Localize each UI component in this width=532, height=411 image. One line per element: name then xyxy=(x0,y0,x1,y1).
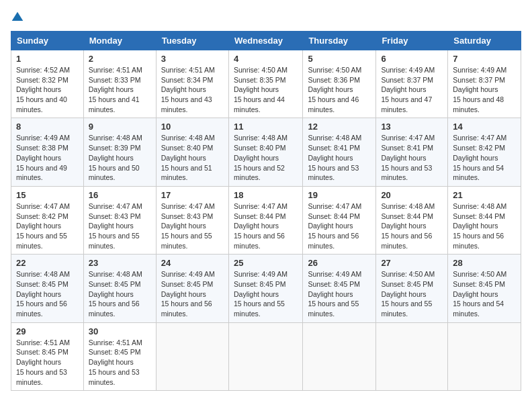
day-number: 10 xyxy=(161,122,224,132)
day-number: 26 xyxy=(308,258,371,268)
logo-icon xyxy=(11,11,24,24)
weekday-header: Thursday xyxy=(303,32,376,50)
calendar-week-row: 8 Sunrise: 4:49 AMSunset: 8:38 PMDayligh… xyxy=(11,118,521,186)
cell-text: Sunrise: 4:47 AMSunset: 8:43 PMDaylight … xyxy=(161,202,215,250)
cell-text: Sunrise: 4:49 AMSunset: 8:38 PMDaylight … xyxy=(16,134,70,181)
day-number: 14 xyxy=(453,122,516,132)
day-number: 17 xyxy=(161,190,224,200)
cell-text: Sunrise: 4:50 AMSunset: 8:36 PMDaylight … xyxy=(308,66,361,113)
day-number: 8 xyxy=(16,122,79,132)
calendar-week-row: 22 Sunrise: 4:48 AMSunset: 8:45 PMDaylig… xyxy=(11,255,521,322)
cell-text: Sunrise: 4:51 AMSunset: 8:45 PMDaylight … xyxy=(16,338,70,386)
day-number: 19 xyxy=(308,190,371,200)
calendar-cell: 25 Sunrise: 4:49 AMSunset: 8:45 PMDaylig… xyxy=(228,255,302,322)
day-number: 9 xyxy=(89,122,151,132)
cell-text: Sunrise: 4:47 AMSunset: 8:44 PMDaylight … xyxy=(308,202,361,250)
cell-text: Sunrise: 4:50 AMSunset: 8:45 PMDaylight … xyxy=(453,270,506,318)
cell-text: Sunrise: 4:51 AMSunset: 8:45 PMDaylight … xyxy=(89,338,142,386)
cell-text: Sunrise: 4:49 AMSunset: 8:45 PMDaylight … xyxy=(161,270,215,318)
cell-text: Sunrise: 4:47 AMSunset: 8:41 PMDaylight … xyxy=(381,134,435,181)
calendar-cell: 2 Sunrise: 4:51 AMSunset: 8:33 PMDayligh… xyxy=(83,50,156,118)
cell-text: Sunrise: 4:49 AMSunset: 8:37 PMDaylight … xyxy=(453,66,506,113)
cell-text: Sunrise: 4:51 AMSunset: 8:33 PMDaylight … xyxy=(89,66,142,113)
weekday-header: Wednesday xyxy=(228,32,302,50)
day-number: 15 xyxy=(16,190,79,200)
cell-text: Sunrise: 4:49 AMSunset: 8:45 PMDaylight … xyxy=(234,270,287,318)
calendar-cell: 15 Sunrise: 4:47 AMSunset: 8:42 PMDaylig… xyxy=(11,186,84,254)
svg-marker-0 xyxy=(12,12,24,21)
logo xyxy=(11,11,27,24)
cell-text: Sunrise: 4:50 AMSunset: 8:45 PMDaylight … xyxy=(381,270,435,318)
cell-text: Sunrise: 4:48 AMSunset: 8:45 PMDaylight … xyxy=(16,270,70,318)
day-number: 7 xyxy=(453,54,516,64)
cell-text: Sunrise: 4:49 AMSunset: 8:37 PMDaylight … xyxy=(381,66,435,113)
day-number: 2 xyxy=(89,54,151,64)
day-number: 5 xyxy=(308,54,371,64)
calendar-cell xyxy=(156,322,228,390)
calendar-table: SundayMondayTuesdayWednesdayThursdayFrid… xyxy=(11,31,521,391)
calendar-cell: 28 Sunrise: 4:50 AMSunset: 8:45 PMDaylig… xyxy=(448,255,521,322)
cell-text: Sunrise: 4:47 AMSunset: 8:42 PMDaylight … xyxy=(16,202,70,250)
calendar-cell: 27 Sunrise: 4:50 AMSunset: 8:45 PMDaylig… xyxy=(376,255,448,322)
day-number: 18 xyxy=(234,190,298,200)
weekday-header: Sunday xyxy=(11,32,84,50)
cell-text: Sunrise: 4:48 AMSunset: 8:40 PMDaylight … xyxy=(234,134,287,181)
calendar-cell: 9 Sunrise: 4:48 AMSunset: 8:39 PMDayligh… xyxy=(83,118,156,186)
cell-text: Sunrise: 4:50 AMSunset: 8:35 PMDaylight … xyxy=(234,66,287,113)
calendar-cell: 8 Sunrise: 4:49 AMSunset: 8:38 PMDayligh… xyxy=(11,118,84,186)
calendar-cell: 7 Sunrise: 4:49 AMSunset: 8:37 PMDayligh… xyxy=(448,50,521,118)
calendar-cell: 10 Sunrise: 4:48 AMSunset: 8:40 PMDaylig… xyxy=(156,118,228,186)
weekday-header-row: SundayMondayTuesdayWednesdayThursdayFrid… xyxy=(11,32,521,50)
calendar-cell: 16 Sunrise: 4:47 AMSunset: 8:43 PMDaylig… xyxy=(83,186,156,254)
cell-text: Sunrise: 4:48 AMSunset: 8:39 PMDaylight … xyxy=(89,134,142,181)
calendar-cell: 13 Sunrise: 4:47 AMSunset: 8:41 PMDaylig… xyxy=(376,118,448,186)
calendar-cell: 11 Sunrise: 4:48 AMSunset: 8:40 PMDaylig… xyxy=(228,118,302,186)
weekday-header: Monday xyxy=(83,32,156,50)
day-number: 29 xyxy=(16,326,79,336)
calendar-cell: 5 Sunrise: 4:50 AMSunset: 8:36 PMDayligh… xyxy=(303,50,376,118)
calendar-cell xyxy=(228,322,302,390)
day-number: 30 xyxy=(89,326,151,336)
day-number: 16 xyxy=(89,190,151,200)
day-number: 12 xyxy=(308,122,371,132)
calendar-cell: 26 Sunrise: 4:49 AMSunset: 8:45 PMDaylig… xyxy=(303,255,376,322)
weekday-header: Saturday xyxy=(448,32,521,50)
day-number: 4 xyxy=(234,54,298,64)
day-number: 21 xyxy=(453,190,516,200)
cell-text: Sunrise: 4:52 AMSunset: 8:32 PMDaylight … xyxy=(16,66,70,113)
day-number: 25 xyxy=(234,258,298,268)
calendar-cell xyxy=(376,322,448,390)
day-number: 6 xyxy=(381,54,443,64)
cell-text: Sunrise: 4:47 AMSunset: 8:43 PMDaylight … xyxy=(89,202,142,250)
weekday-header: Tuesday xyxy=(156,32,228,50)
day-number: 23 xyxy=(89,258,151,268)
cell-text: Sunrise: 4:48 AMSunset: 8:44 PMDaylight … xyxy=(381,202,435,250)
calendar-cell: 19 Sunrise: 4:47 AMSunset: 8:44 PMDaylig… xyxy=(303,186,376,254)
calendar-cell xyxy=(303,322,376,390)
day-number: 11 xyxy=(234,122,298,132)
calendar-week-row: 1 Sunrise: 4:52 AMSunset: 8:32 PMDayligh… xyxy=(11,50,521,118)
cell-text: Sunrise: 4:48 AMSunset: 8:41 PMDaylight … xyxy=(308,134,361,181)
calendar-week-row: 15 Sunrise: 4:47 AMSunset: 8:42 PMDaylig… xyxy=(11,186,521,254)
cell-text: Sunrise: 4:49 AMSunset: 8:45 PMDaylight … xyxy=(308,270,361,318)
day-number: 13 xyxy=(381,122,443,132)
calendar-cell: 3 Sunrise: 4:51 AMSunset: 8:34 PMDayligh… xyxy=(156,50,228,118)
calendar-cell: 24 Sunrise: 4:49 AMSunset: 8:45 PMDaylig… xyxy=(156,255,228,322)
weekday-header: Friday xyxy=(376,32,448,50)
calendar-cell: 1 Sunrise: 4:52 AMSunset: 8:32 PMDayligh… xyxy=(11,50,84,118)
page-header xyxy=(11,11,521,24)
calendar-cell: 22 Sunrise: 4:48 AMSunset: 8:45 PMDaylig… xyxy=(11,255,84,322)
calendar-week-row: 29 Sunrise: 4:51 AMSunset: 8:45 PMDaylig… xyxy=(11,322,521,390)
cell-text: Sunrise: 4:48 AMSunset: 8:45 PMDaylight … xyxy=(89,270,142,318)
calendar-cell: 12 Sunrise: 4:48 AMSunset: 8:41 PMDaylig… xyxy=(303,118,376,186)
calendar-cell: 21 Sunrise: 4:48 AMSunset: 8:44 PMDaylig… xyxy=(448,186,521,254)
calendar-cell: 23 Sunrise: 4:48 AMSunset: 8:45 PMDaylig… xyxy=(83,255,156,322)
day-number: 1 xyxy=(16,54,79,64)
day-number: 20 xyxy=(381,190,443,200)
day-number: 28 xyxy=(453,258,516,268)
calendar-cell: 14 Sunrise: 4:47 AMSunset: 8:42 PMDaylig… xyxy=(448,118,521,186)
cell-text: Sunrise: 4:51 AMSunset: 8:34 PMDaylight … xyxy=(161,66,215,113)
cell-text: Sunrise: 4:47 AMSunset: 8:44 PMDaylight … xyxy=(234,202,287,250)
calendar-cell xyxy=(448,322,521,390)
calendar-cell: 30 Sunrise: 4:51 AMSunset: 8:45 PMDaylig… xyxy=(83,322,156,390)
